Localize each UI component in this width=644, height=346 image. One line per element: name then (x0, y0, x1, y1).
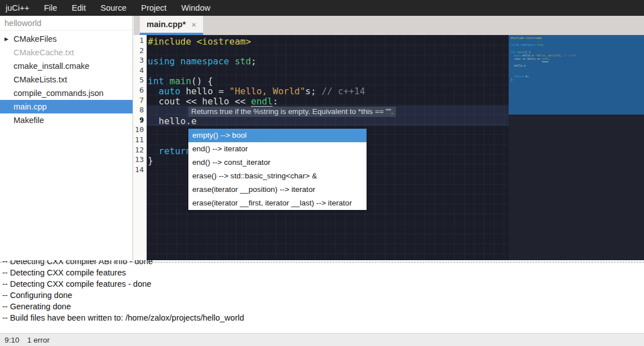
menu-item-juci[interactable]: juCi++ (6, 3, 29, 12)
line-number: 2 (133, 46, 147, 56)
file-tree-item-cmakecache-txt[interactable]: CMakeCache.txt (0, 46, 133, 59)
line-number: 6 (133, 86, 147, 96)
code-line[interactable]: auto hello = "Hello, World"s; // c++14 (148, 86, 509, 96)
expander-triangle-icon[interactable]: ▶ (5, 32, 8, 46)
menu-item-window[interactable]: Window (181, 3, 210, 12)
autocomplete-item[interactable]: empty() --> bool (188, 129, 367, 142)
line-number-gutter: 1234567891011121314 (133, 35, 147, 260)
file-tree-panel: helloworld ▶CMakeFilesCMakeCache.txtcmak… (0, 16, 133, 260)
minimap-line (511, 82, 576, 85)
file-name-label: Makefile (14, 116, 44, 125)
doc-tooltip: Returns true if the %string is empty. Eq… (188, 107, 396, 117)
build-output-panel: -- Detecting CXX compiler ABI info - don… (0, 260, 644, 333)
juci-window: juCi++FileEditSourceProjectWindow hellow… (0, 0, 644, 346)
file-tree-item-cmakefiles[interactable]: ▶CMakeFiles (0, 32, 133, 46)
output-line: -- Configuring done (2, 290, 644, 301)
line-number: 11 (133, 135, 147, 146)
output-line: -- Detecting CXX compiler ABI info - don… (2, 260, 644, 267)
autocomplete-item[interactable]: erase() --> std::basic_string<char> & (188, 169, 367, 183)
line-number: 4 (133, 66, 147, 76)
autocomplete-item[interactable]: erase(iterator __first, iterator __last)… (188, 196, 367, 210)
line-number: 9 (133, 116, 147, 126)
close-tab-icon[interactable]: × (191, 20, 196, 29)
output-line: -- Detecting CXX compile features (2, 267, 644, 278)
menu-item-source[interactable]: Source (100, 3, 126, 12)
tab-bar: main.cpp* × (134, 16, 644, 35)
minimap-code: #include <iostream>using namespace std;i… (511, 37, 576, 85)
output-line: -- Build files have been written to: /ho… (2, 312, 644, 323)
file-name-label: main.cpp (14, 102, 47, 111)
pane-splitter[interactable] (0, 262, 644, 262)
line-number: 8 (133, 106, 147, 116)
file-tree: ▶CMakeFilesCMakeCache.txtcmake_install.c… (0, 30, 133, 127)
cursor-position: 9:10 (5, 336, 19, 344)
line-number: 1 (133, 36, 147, 46)
line-number: 14 (133, 165, 147, 176)
code-line[interactable]: hello.e (148, 116, 509, 126)
file-tree-item-compile-commands-json[interactable]: compile_commands.json (0, 86, 133, 100)
file-name-label: CMakeFiles (14, 34, 57, 43)
output-line: -- Detecting CXX compile features - done (2, 278, 644, 290)
file-name-label: cmake_install.cmake (14, 62, 90, 71)
autocomplete-item[interactable]: erase(iterator __position) --> iterator (188, 183, 367, 196)
menu-bar: juCi++FileEditSourceProjectWindow (0, 0, 644, 16)
autocomplete-item[interactable]: end() --> iterator (188, 142, 367, 156)
line-number: 3 (133, 56, 147, 66)
output-line: -- Generating done (2, 301, 644, 312)
file-tree-item-cmakelists-txt[interactable]: CMakeLists.txt (0, 73, 133, 86)
code-line[interactable]: cout << hello << endl: (148, 96, 509, 106)
file-tree-item-main-cpp[interactable]: main.cpp (0, 100, 133, 113)
autocomplete-popup: empty() --> boolend() --> iteratorend() … (188, 129, 367, 210)
line-number: 7 (133, 96, 147, 106)
code-line[interactable]: int main() { (148, 76, 509, 86)
line-number: 10 (133, 125, 147, 135)
line-number: 12 (133, 146, 147, 156)
error-count: 1 error (27, 336, 50, 344)
menu-item-project[interactable]: Project (141, 3, 166, 12)
tab-label: main.cpp* (147, 20, 186, 29)
code-line[interactable] (148, 66, 509, 76)
menu-item-file[interactable]: File (44, 3, 57, 12)
minimap[interactable]: #include <iostream>using namespace std;i… (509, 35, 644, 260)
file-name-label: compile_commands.json (14, 89, 104, 98)
project-name: helloworld (0, 16, 133, 30)
status-bar: 9:10 1 error (0, 333, 644, 346)
autocomplete-item[interactable]: end() --> const_iterator (188, 156, 367, 169)
file-tree-item-makefile[interactable]: Makefile (0, 113, 133, 127)
editor-pane: 1234567891011121314 #include <iostream>u… (133, 35, 644, 260)
code-line[interactable]: using namespace std; (148, 56, 509, 66)
line-number: 13 (133, 155, 147, 165)
tab-main-cpp[interactable]: main.cpp* × (140, 16, 203, 35)
line-number: 5 (133, 76, 147, 86)
file-name-label: CMakeCache.txt (14, 48, 74, 57)
code-line[interactable] (148, 46, 509, 56)
menu-item-edit[interactable]: Edit (72, 3, 86, 12)
file-name-label: CMakeLists.txt (14, 75, 67, 84)
file-tree-item-cmake-install-cmake[interactable]: cmake_install.cmake (0, 59, 133, 73)
code-line[interactable]: #include <iostream> (148, 36, 509, 46)
